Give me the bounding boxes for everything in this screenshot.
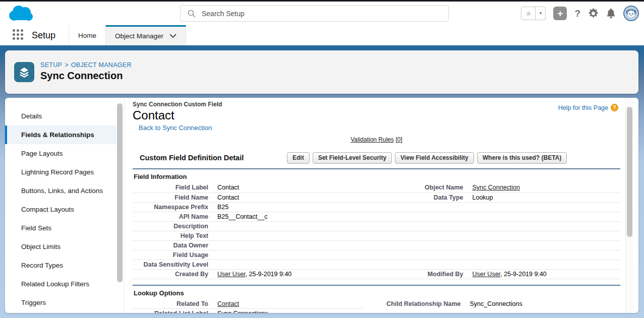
mini-title: Sync Connection Custom Field <box>133 101 620 108</box>
view-field-accessibility-button[interactable]: View Field Accessibility <box>395 152 474 164</box>
object-layers-icon <box>14 62 34 82</box>
table-row: Field Label Contact Object Name Sync Con… <box>133 183 620 193</box>
sidebar-item-field-sets[interactable]: Field Sets <box>5 219 116 237</box>
edit-button[interactable]: Edit <box>287 152 310 164</box>
object-header-card: SETUP>OBJECT MANAGER Sync Connection <box>5 50 638 94</box>
table-row: Help Text <box>133 231 620 240</box>
global-actions-plus-icon[interactable]: + <box>553 7 567 20</box>
table-row: API Name B25__Contact__c <box>133 212 620 221</box>
chevron-down-icon <box>169 34 177 38</box>
lookup-options-table: Related To Contact Child Relationship Na… <box>133 299 620 313</box>
table-row: Data Sensitivity Level <box>133 260 620 269</box>
help-question-icon[interactable]: ? <box>574 8 580 19</box>
where-is-this-used-button[interactable]: Where is this used? (BETA) <box>477 152 567 164</box>
related-to-link[interactable]: Contact <box>217 300 239 307</box>
validation-rules-link[interactable]: Validation Rules <box>350 136 394 143</box>
sidebar-item-related-lookup-filters[interactable]: Related Lookup Filters <box>5 275 116 293</box>
user-avatar[interactable] <box>623 6 639 21</box>
breadcrumb: SETUP>OBJECT MANAGER <box>40 61 132 69</box>
tab-home[interactable]: Home <box>69 25 105 45</box>
favorites-dropdown-icon[interactable]: ▼ <box>536 7 546 20</box>
sidebar-item-triggers[interactable]: Triggers <box>5 293 116 312</box>
breadcrumb-setup-link[interactable]: SETUP <box>40 61 62 69</box>
record-title: Contact <box>133 108 620 122</box>
table-row: Description <box>133 221 620 231</box>
sidebar-item-buttons-links-actions[interactable]: Buttons, Links, and Actions <box>5 181 116 200</box>
detail-header-bar: Custom Field Definition Detail Edit Set … <box>133 152 620 164</box>
favorites-star-icon[interactable]: ★ <box>521 7 536 20</box>
sidebar-item-fields-relationships[interactable]: Fields & Relationships <box>5 125 116 144</box>
salesforce-logo-icon <box>7 4 34 25</box>
created-by-user-link[interactable]: User User <box>217 271 246 278</box>
app-launcher-icon[interactable] <box>13 29 25 41</box>
content-panels: Details Fields & Relationships Page Layo… <box>5 98 638 313</box>
object-sidebar: Details Fields & Relationships Page Layo… <box>5 98 116 313</box>
set-field-level-security-button[interactable]: Set Field-Level Security <box>313 152 392 164</box>
setup-gear-icon[interactable] <box>588 8 599 19</box>
field-information-title: Field Information <box>133 169 620 183</box>
table-row: Related To Contact Child Relationship Na… <box>133 299 620 309</box>
field-information-table: Field Label Contact Object Name Sync Con… <box>133 183 620 279</box>
header-icons: ★ ▼ + ? <box>521 2 639 25</box>
table-row: Created By User User, 25-9-2019 9:40 Mod… <box>133 269 620 279</box>
sidebar-item-lightning-record-pages[interactable]: Lightning Record Pages <box>5 163 116 181</box>
notifications-bell-icon[interactable] <box>606 8 616 19</box>
tab-object-manager[interactable]: Object Manager <box>105 25 186 45</box>
setup-nav-bar: Setup Home Object Manager <box>0 25 644 45</box>
detail-section-title: Custom Field Definition Detail <box>133 154 287 162</box>
app-name: Setup <box>32 30 55 41</box>
modified-by-user-link[interactable]: User User <box>473 271 501 278</box>
help-badge-icon[interactable]: ? <box>611 104 618 111</box>
page-background: SETUP>OBJECT MANAGER Sync Connection Det… <box>0 45 644 318</box>
sidebar-scrollbar-thumb[interactable] <box>117 103 123 282</box>
sidebar-item-page-layouts[interactable]: Page Layouts <box>5 144 116 163</box>
sidebar-item-compact-layouts[interactable]: Compact Layouts <box>5 200 116 219</box>
sidebar-item-record-types[interactable]: Record Types <box>5 256 116 275</box>
global-search[interactable] <box>180 5 449 22</box>
global-header: ★ ▼ + ? <box>0 2 644 25</box>
breadcrumb-object-manager-link[interactable]: OBJECT MANAGER <box>71 61 132 69</box>
validation-rules-line: Validation Rules [0] <box>133 136 620 143</box>
table-row: Field Name Contact Data Type Lookup <box>133 193 620 202</box>
table-row: Namespace Prefix B25 <box>133 202 620 212</box>
back-to-object-link[interactable]: Back to Sync Connection <box>139 124 212 132</box>
lookup-options-title: Lookup Options <box>133 286 620 299</box>
object-name-link[interactable]: Sync Connection <box>473 184 520 191</box>
page-title: Sync Connection <box>40 70 132 82</box>
sidebar-scrollbar[interactable] <box>116 98 124 313</box>
sidebar-item-details[interactable]: Details <box>5 107 116 125</box>
table-row: Field Usage <box>133 250 620 260</box>
main-scrollbar[interactable] <box>625 98 633 313</box>
table-row: Related List Label Sync Connections <box>133 309 620 313</box>
help-for-this-page-link[interactable]: Help for this Page <box>558 104 608 111</box>
main-scrollbar-thumb[interactable] <box>627 107 632 237</box>
search-input[interactable] <box>202 10 419 18</box>
field-detail-main: Sync Connection Custom Field Contact Bac… <box>124 98 638 313</box>
help-for-this-page: Help for this Page ? <box>558 104 618 111</box>
table-row: Data Owner <box>133 240 620 250</box>
favorites-group: ★ ▼ <box>521 7 546 20</box>
search-icon <box>188 10 196 18</box>
sidebar-item-object-limits[interactable]: Object Limits <box>5 237 116 256</box>
